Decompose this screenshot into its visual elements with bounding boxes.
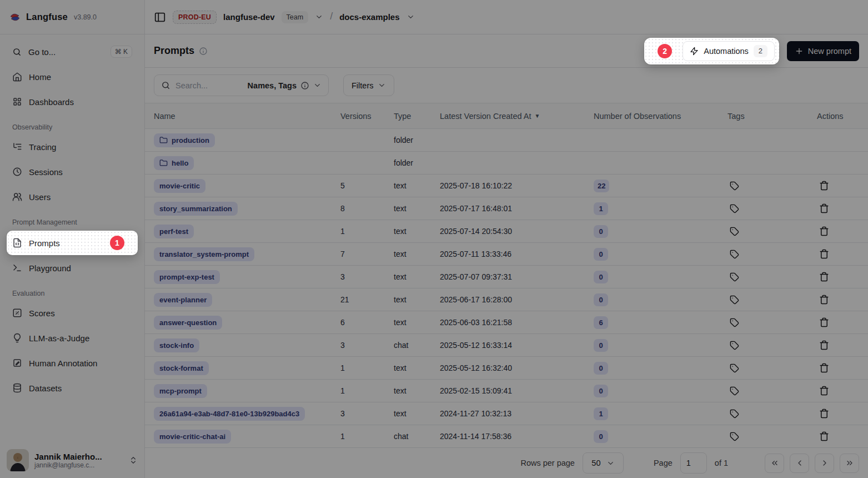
prompts-icon: [12, 238, 22, 248]
automations-label: Automations: [704, 47, 749, 56]
automations-count-badge: 2: [754, 45, 767, 57]
app-root: Langfuse v3.89.0 Go to... ⌘ K Home Dashb…: [0, 0, 868, 478]
zap-icon: [690, 47, 699, 56]
sidebar-item-prompts[interactable]: Prompts 1: [7, 231, 138, 255]
automations-spotlight: 2 Automations 2: [644, 38, 779, 64]
step-badge-2: 2: [658, 44, 672, 58]
automations-button[interactable]: Automations 2: [683, 41, 775, 61]
step-badge-1: 1: [110, 236, 124, 250]
